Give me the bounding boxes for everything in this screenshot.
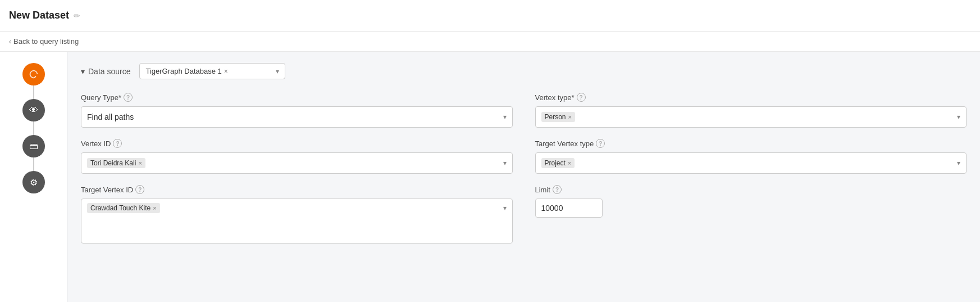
target-vertex-id-label: Target Vertex ID ?	[81, 185, 513, 194]
limit-group: Limit ?	[535, 185, 967, 244]
vertex-id-tag: Tori Deidra Kali ×	[87, 158, 145, 168]
target-vertex-type-group: Target Vertex type ? Project × ▾	[535, 139, 967, 174]
vertex-type-remove-icon[interactable]: ×	[568, 114, 572, 120]
step-3-icon: 🗃	[22, 135, 45, 157]
back-to-listing-link[interactable]: ‹ Back to query listing	[0, 31, 980, 52]
target-vertex-type-chevron-icon: ▾	[957, 159, 960, 167]
vertex-type-label: Vertex type* ?	[535, 93, 967, 102]
target-vertex-type-remove-icon[interactable]: ×	[568, 160, 571, 166]
data-source-label: Data source	[88, 67, 130, 76]
page-body: 👁 🗃 ⚙ ▾ Data source TigerGraph Data	[0, 52, 980, 302]
back-chevron-icon: ‹	[9, 38, 11, 46]
sidebar-step-1[interactable]	[22, 63, 45, 85]
target-vertex-id-help-icon[interactable]: ?	[135, 185, 144, 194]
target-vertex-id-tag: Crawdad Touch Kite ×	[87, 203, 160, 213]
step-2-icon: 👁	[22, 99, 45, 121]
query-type-select[interactable]: Find all paths ▾	[81, 106, 513, 128]
datasource-select[interactable]: TigerGraph Database 1 × ▾	[139, 63, 285, 79]
query-type-value: Find all paths	[87, 112, 134, 121]
vertex-id-remove-icon[interactable]: ×	[138, 160, 142, 166]
vertex-type-select[interactable]: Person × ▾	[535, 106, 967, 128]
target-vertex-type-tag: Project ×	[541, 158, 575, 168]
vertex-id-chevron-icon: ▾	[503, 159, 507, 167]
query-type-help-icon[interactable]: ?	[124, 93, 133, 102]
connector-2	[33, 121, 34, 135]
target-vertex-id-remove-icon[interactable]: ×	[153, 205, 156, 211]
vertex-type-help-icon[interactable]: ?	[577, 93, 586, 102]
sidebar-step-3[interactable]: 🗃	[22, 135, 45, 157]
limit-help-icon[interactable]: ?	[553, 185, 562, 194]
data-source-row: ▾ Data source TigerGraph Database 1 × ▾	[81, 63, 967, 79]
connector-1	[33, 85, 34, 99]
step-4-icon: ⚙	[22, 171, 45, 193]
vertex-id-group: Vertex ID ? Tori Deidra Kali × ▾	[81, 139, 513, 174]
page-header: New Dataset ✏	[0, 0, 980, 31]
vertex-id-select[interactable]: Tori Deidra Kali × ▾	[81, 152, 513, 174]
target-vertex-id-chevron-icon: ▾	[503, 204, 507, 212]
datasource-tag: TigerGraph Database 1 ×	[145, 67, 227, 75]
vertex-type-tag: Person ×	[541, 112, 575, 122]
connector-3	[33, 157, 34, 171]
datasource-chevron-icon: ▾	[276, 67, 279, 75]
step-1-icon	[22, 63, 45, 85]
target-vertex-id-select[interactable]: Crawdad Touch Kite × ▾	[81, 199, 513, 244]
datasource-tag-label: TigerGraph Database 1	[145, 67, 221, 75]
data-source-toggle[interactable]: ▾ Data source	[81, 67, 130, 76]
vertex-id-help-icon[interactable]: ?	[113, 139, 122, 148]
vertex-type-chevron-icon: ▾	[957, 113, 960, 121]
toggle-chevron-icon: ▾	[81, 67, 85, 76]
main-content: ▾ Data source TigerGraph Database 1 × ▾ …	[67, 52, 980, 302]
datasource-remove-icon[interactable]: ×	[224, 67, 228, 75]
back-link-label: Back to query listing	[13, 37, 79, 46]
target-vertex-type-label: Target Vertex type ?	[535, 139, 967, 148]
vertex-type-group: Vertex type* ? Person × ▾	[535, 93, 967, 128]
vertex-id-label: Vertex ID ?	[81, 139, 513, 148]
limit-input[interactable]	[535, 199, 603, 218]
edit-title-icon[interactable]: ✏	[74, 11, 80, 20]
form-grid: Query Type* ? Find all paths ▾ Vertex ty…	[81, 93, 967, 244]
query-type-group: Query Type* ? Find all paths ▾	[81, 93, 513, 128]
query-type-label: Query Type* ?	[81, 93, 513, 102]
page-title: New Dataset	[9, 10, 69, 21]
query-type-chevron-icon: ▾	[503, 113, 507, 121]
target-vertex-type-help-icon[interactable]: ?	[596, 139, 605, 148]
limit-label: Limit ?	[535, 185, 967, 194]
sidebar-step-4[interactable]: ⚙	[22, 171, 45, 193]
target-vertex-type-select[interactable]: Project × ▾	[535, 152, 967, 174]
sidebar: 👁 🗃 ⚙	[0, 52, 67, 302]
sidebar-step-2[interactable]: 👁	[22, 99, 45, 121]
target-vertex-id-group: Target Vertex ID ? Crawdad Touch Kite × …	[81, 185, 513, 244]
